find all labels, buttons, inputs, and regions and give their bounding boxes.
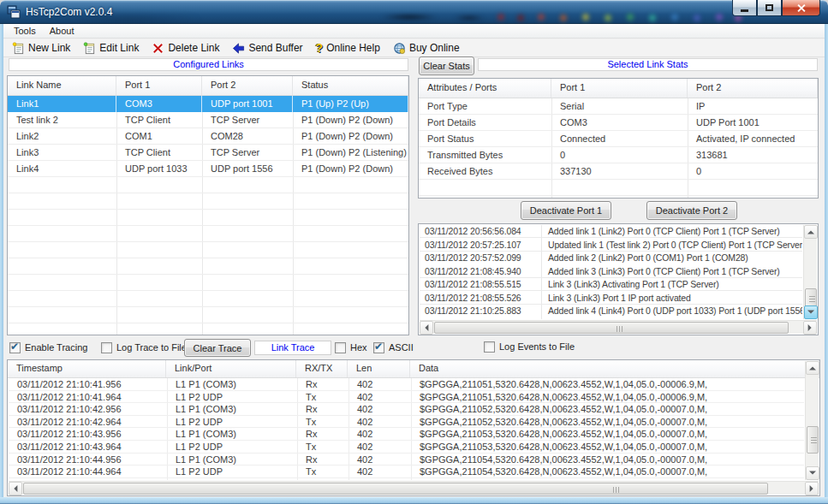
scroll-up-arrow[interactable] [806, 361, 819, 375]
clear-stats-button[interactable]: Clear Stats [419, 56, 474, 75]
event-row[interactable]: 03/11/2012 21:08:55.515Link 3 (Link3) Ac… [420, 278, 802, 292]
column-header-port1[interactable]: Port 1 [116, 76, 202, 95]
column-header-stats-port1[interactable]: Port 1 [551, 79, 688, 98]
trace-row-cell: $GPGGA,211054,5320.6428,N,00623.4552,W,1… [411, 454, 804, 466]
scroll-right-arrow[interactable] [803, 321, 817, 335]
stat-row[interactable]: Transmitted Bytes0313681 [419, 147, 818, 163]
event-row[interactable]: 03/11/2012 21:08:45.940Added link 3 (Lin… [420, 265, 802, 279]
link-row-cell: Link4 [8, 161, 116, 177]
event-log-horizontal-scrollbar[interactable] [420, 320, 817, 334]
enable-tracing-label: Enable Tracing [25, 342, 87, 353]
stat-row-cell: 0 [688, 163, 818, 180]
stat-row-cell: Transmitted Bytes [419, 147, 551, 163]
event-row[interactable]: 03/11/2012 20:56:56.084Added link 1 (Lin… [420, 225, 802, 239]
event-log: 03/11/2012 20:56:56.084Added link 1 (Lin… [418, 223, 819, 335]
thumb-grip [613, 487, 620, 493]
hex-checkbox[interactable]: Hex [335, 341, 367, 354]
column-header-link-port[interactable]: Link/Port [166, 360, 296, 377]
event-row-cell: 03/11/2012 21:08:55.526 [420, 292, 541, 305]
buy-online-label: Buy Online [409, 42, 460, 54]
stat-row[interactable]: Port TypeSerialIP [419, 98, 818, 115]
link-row[interactable]: Link4UDP port 1033UDP port 1556P1 (Down)… [8, 161, 408, 177]
event-log-vertical-scrollbar[interactable] [803, 225, 817, 319]
scroll-right-arrow[interactable] [805, 482, 819, 495]
link-row[interactable]: Test link 2TCP ClientTCP ServerP1 (Down)… [8, 112, 408, 128]
stat-row-cell: Port Details [419, 115, 551, 131]
menu-bar: Tools About [3, 24, 825, 39]
event-row[interactable]: 03/11/2012 20:57:52.099Added link 2 (Lin… [420, 252, 802, 265]
menu-tools[interactable]: Tools [14, 26, 36, 36]
trace-row[interactable]: 03/11/2012 21:10:44.956L1 P1 (COM3)Rx402… [9, 454, 804, 466]
link-row[interactable]: Link3TCP ClientTCP ServerP1 (Down) P2 (L… [8, 145, 408, 161]
column-header-data[interactable]: Data [410, 360, 819, 377]
edit-link-label: Edit Link [99, 42, 139, 54]
deactivate-port1-button[interactable]: Deactivate Port 1 [521, 201, 611, 220]
thumb-grip [809, 296, 815, 303]
scroll-thumb[interactable] [23, 483, 768, 495]
event-row[interactable]: 03/11/2012 21:08:55.526Link 3 (Link3) Po… [420, 292, 802, 305]
close-button[interactable] [782, 0, 820, 16]
scroll-up-arrow[interactable] [804, 225, 818, 239]
column-header-status[interactable]: Status [293, 76, 408, 95]
scroll-down-arrow[interactable] [804, 305, 818, 319]
menu-about[interactable]: About [50, 26, 74, 36]
trace-row-cell: 402 [348, 465, 411, 478]
event-row-cell: 03/11/2012 21:08:55.515 [420, 278, 541, 292]
link-row-cell: TCP Client [116, 112, 202, 128]
trace-vertical-scrollbar[interactable] [805, 361, 819, 480]
log-events-to-file-checkbox[interactable]: Log Events to File [484, 340, 575, 353]
event-row[interactable]: 03/11/2012 20:57:25.107Updated link 1 (T… [420, 239, 802, 252]
trace-row-cell: 03/11/2012 21:10:42.956 [9, 403, 167, 416]
stat-row[interactable]: Received Bytes3371300 [419, 163, 818, 180]
link-row-cell: Link3 [8, 145, 116, 161]
stat-row-cell: COM3 [551, 115, 688, 131]
link-trace-title: Link Trace [254, 341, 331, 355]
ascii-label: ASCII [389, 342, 414, 353]
stat-row[interactable]: Port DetailsCOM3UDP Port 1001 [419, 115, 818, 131]
trace-row[interactable]: 03/11/2012 21:10:44.964L1 P2 UDPTx402$GP… [9, 465, 804, 478]
scroll-left-arrow[interactable] [9, 482, 22, 495]
link-row[interactable]: Link2COM1COM28P1 (Down) P2 (Down) [8, 128, 408, 145]
column-header-len[interactable]: Len [348, 360, 410, 377]
buy-online-button[interactable]: Buy Online [390, 41, 466, 56]
online-help-button[interactable]: ? Online Help [313, 40, 386, 56]
scroll-thumb[interactable] [807, 426, 819, 454]
column-header-port2[interactable]: Port 2 [202, 76, 293, 95]
column-header-attributes[interactable]: Attributes / Ports [419, 79, 551, 98]
trace-row[interactable]: 03/11/2012 21:10:42.964L1 P2 UDPTx402$GP… [9, 416, 804, 429]
column-header-stats-port2[interactable]: Port 2 [688, 79, 818, 98]
column-header-rxtx[interactable]: RX/TX [296, 360, 348, 377]
scroll-thumb[interactable] [434, 322, 789, 334]
delete-link-button[interactable]: Delete Link [148, 41, 225, 56]
scroll-left-arrow[interactable] [420, 321, 433, 335]
link-row[interactable]: Link1COM3UDP port 1001P1 (Up) P2 (Up) [8, 96, 408, 112]
stat-row[interactable]: Port StatusConnectedActivated, IP connec… [419, 131, 818, 147]
delete-link-icon [152, 42, 164, 55]
trace-row-cell: $GPGGA,211051,5320.6428,N,00623.4552,W,1… [411, 378, 804, 391]
log-trace-to-file-checkbox[interactable]: Log Trace to File [101, 341, 187, 354]
edit-link-button[interactable]: Edit Link [80, 41, 145, 56]
trace-row-cell: 03/11/2012 21:10:43.956 [9, 428, 167, 441]
column-header-link-name[interactable]: Link Name [8, 76, 116, 95]
minimize-button[interactable] [732, 0, 757, 16]
checkbox-box: ✔ [373, 342, 384, 353]
new-link-button[interactable]: New Link [9, 41, 76, 56]
selected-link-stats-title: Selected Link Stats [478, 58, 818, 71]
scroll-down-arrow[interactable] [806, 466, 819, 480]
ascii-checkbox[interactable]: ✔ ASCII [373, 341, 414, 354]
trace-row[interactable]: 03/11/2012 21:10:43.956L1 P1 (COM3)Rx402… [9, 428, 804, 441]
event-row[interactable]: 03/11/2012 21:10:25.883Added link 4 (Lin… [420, 305, 802, 318]
column-header-timestamp[interactable]: Timestamp [8, 360, 166, 377]
clear-trace-button[interactable]: Clear Trace [184, 339, 251, 357]
send-buffer-button[interactable]: Send Buffer [229, 41, 308, 56]
trace-horizontal-scrollbar[interactable] [9, 481, 819, 495]
enable-tracing-checkbox[interactable]: ✔ Enable Tracing [9, 341, 87, 354]
trace-row[interactable]: 03/11/2012 21:10:41.956L1 P1 (COM3)Rx402… [9, 378, 804, 391]
trace-row[interactable]: 03/11/2012 21:10:42.956L1 P1 (COM3)Rx402… [9, 403, 804, 416]
trace-row[interactable]: 03/11/2012 21:10:43.964L1 P2 UDPTx402$GP… [9, 441, 804, 454]
trace-row[interactable]: 03/11/2012 21:10:41.964L1 P2 UDPTx402$GP… [9, 391, 804, 404]
maximize-button[interactable] [757, 0, 782, 16]
deactivate-port2-button[interactable]: Deactivate Port 2 [646, 201, 737, 220]
new-link-label: New Link [28, 42, 70, 54]
maximize-icon [765, 4, 773, 11]
